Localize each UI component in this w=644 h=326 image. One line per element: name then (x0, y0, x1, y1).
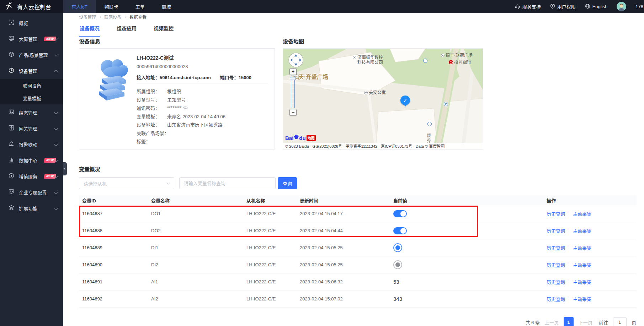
history-query-link[interactable]: 历史查询 (547, 227, 565, 234)
support-link[interactable]: 服务支持 (515, 3, 541, 10)
history-query-link[interactable]: 历史查询 (547, 244, 565, 251)
topnav-sim[interactable]: 物联卡 (96, 0, 127, 13)
map-zoom-out-button[interactable]: − (289, 109, 297, 116)
table-row-di1: 11604689 DI1 LH-IO222-C/E 2023-02-04 15:… (79, 239, 637, 256)
sidebar-item-configuration[interactable]: 组态管理 (0, 104, 63, 120)
topnav-workorder[interactable]: 工单 (127, 0, 153, 13)
tab-device-overview[interactable]: 设备概况 (79, 22, 100, 37)
indicator-off (393, 260, 402, 269)
sidebar-item-devices[interactable]: 设备管理 (0, 63, 63, 79)
divider (137, 83, 268, 83)
sidebar-item-products[interactable]: 产品/场景管理 (0, 47, 63, 63)
history-query-link[interactable]: 历史查询 (547, 278, 565, 285)
breadcrumb: 设备管理 联网设备 数据查看 (79, 14, 147, 20)
map-poi-blue-icon (427, 122, 432, 126)
history-query-link[interactable]: 历史查询 (547, 261, 565, 268)
map-pan-control[interactable] (288, 52, 304, 69)
sidebar-item-enterprise[interactable]: 企业专属配置 (0, 184, 63, 200)
query-button[interactable]: 查询 (278, 177, 297, 189)
globe-icon (585, 4, 590, 10)
total-count: 共 6 条 (525, 319, 539, 326)
slave-select[interactable]: 请选择从机 (79, 177, 174, 189)
language-switch[interactable]: English (585, 4, 608, 10)
current-value: 53 (390, 279, 543, 285)
tab-configuration-app[interactable]: 组态应用 (116, 22, 137, 37)
goto-page-input[interactable] (613, 317, 627, 326)
brand: 有人云控制台 (0, 0, 63, 13)
sidebar-collapse-handle[interactable] (63, 162, 67, 175)
top-nav: 有人IoT 物联卡 工单 商城 (63, 0, 180, 13)
chevron-left-icon (64, 168, 66, 170)
permissions-link[interactable]: 用户权限 (550, 3, 576, 10)
active-collect-link[interactable]: 主动采集 (573, 210, 591, 217)
map-poi-apartment: 美安公寓 (364, 90, 386, 95)
map-device-marker[interactable]: ✓ (400, 96, 410, 105)
screen-icon (9, 36, 14, 42)
image-icon (9, 109, 14, 116)
sidebar-item-network-devices[interactable]: 联网设备 (0, 79, 63, 92)
history-query-link[interactable]: 历史查询 (547, 210, 565, 217)
monitor-code-icon (9, 189, 14, 196)
sidebar-item-gateway[interactable]: 网关管理 (0, 120, 63, 136)
coin-icon (9, 173, 14, 180)
brand-title: 有人云控制台 (17, 2, 51, 11)
map-zoom-slider[interactable] (291, 76, 295, 108)
table-row-do1: 11604687 DO1 LH-IO222-C/E 2023-02-04 15:… (79, 205, 637, 222)
history-query-link[interactable]: 历史查询 (547, 295, 565, 302)
devices-submenu: 联网设备 变量模板 (0, 79, 63, 104)
breadcrumb-network-devices[interactable]: 联网设备 (104, 14, 121, 20)
baidu-logo: Bai du 地图 (285, 134, 316, 141)
chevron-down-icon (54, 53, 58, 57)
active-collect-link[interactable]: 主动采集 (573, 278, 591, 285)
tab-video-monitor[interactable]: 视频监控 (153, 22, 174, 37)
active-collect-link[interactable]: 主动采集 (573, 244, 591, 251)
username[interactable]: 178 (635, 4, 643, 9)
next-page-button[interactable]: 下一页 (579, 319, 592, 326)
gateway-icon (9, 125, 14, 132)
active-collect-link[interactable]: 主动采集 (573, 261, 591, 268)
current-page-button[interactable]: 1 (564, 317, 574, 326)
bank-icon (449, 60, 453, 64)
prev-page-button[interactable]: 上一页 (545, 319, 559, 326)
avatar[interactable] (617, 2, 626, 11)
map-zoom-handle[interactable] (290, 77, 296, 80)
map-zoom-in-button[interactable]: + (289, 68, 297, 75)
table-row-ai1: 11604691 AI1 LH-IO222-C/E 2023-02-04 15:… (79, 273, 637, 290)
sidebar-item-datacenter[interactable]: 数据中心 NEW (0, 152, 63, 168)
map-poi-bank: 招商银行 (449, 60, 471, 65)
baidu-paw-icon (293, 134, 299, 141)
sidebar-item-variable-templates[interactable]: 变量模板 (0, 92, 63, 104)
active-collect-link[interactable]: 主动采集 (573, 227, 591, 234)
toggle-on[interactable] (393, 210, 407, 217)
chevron-right-icon (99, 16, 101, 18)
device-access: 接入地址：59614.cnsh.iot-tcp.com端口号：15000 (137, 74, 251, 81)
field-product-scene: 关联产品场景： (137, 129, 225, 137)
sidebar-item-valueadded[interactable]: 增值服务 NEW (0, 168, 63, 184)
device-fields: 所属组织：根组织 设备型号：未知型号 通讯密码： ******** 变量模板：未… (137, 87, 225, 146)
device-map[interactable]: + − 济南振华数控科技有限公司 三庆·齐盛广场 美安公寓 银丰·联荷广场 招商… (283, 48, 483, 150)
tabs: 设备概况 组态应用 视频监控 (79, 22, 174, 37)
topnav-iot[interactable]: 有人IoT (63, 0, 96, 13)
toggle-on[interactable] (393, 227, 407, 234)
field-model: 设备型号：未知型号 (137, 96, 225, 104)
sidebar-item-alarm[interactable]: 报警联动 (0, 136, 63, 152)
page: 有人云控制台 有人IoT 物联卡 工单 商城 服务支持 用户权限 English (0, 0, 644, 326)
eye-icon[interactable] (183, 105, 188, 110)
sidebar-item-overview[interactable]: 概览 (0, 15, 63, 31)
map-poi-company: 济南振华数控科技有限公司 (353, 55, 383, 65)
device-info-title: 设备信息 (79, 37, 100, 45)
variable-search-input[interactable] (179, 177, 276, 189)
map-poi-blue-icon (423, 59, 427, 63)
sidebar-item-extensions[interactable]: 扩展功能 (0, 200, 63, 216)
breadcrumb-device-mgmt[interactable]: 设备管理 (79, 14, 96, 20)
variables-table: 变量ID 变量名称 从机名称 更新时间 当前值 操作 11604687 DO1 … (79, 195, 637, 308)
table-header: 变量ID 变量名称 从机名称 更新时间 当前值 操作 (79, 195, 637, 205)
topnav-mall[interactable]: 商城 (153, 0, 180, 13)
field-address: 设备地址：山东省济南市历下区颖秀路 (137, 120, 225, 129)
sidebar-item-bigscreen[interactable]: 大屏管理 NEW (0, 31, 63, 47)
device-illustration (92, 56, 135, 107)
map-poi-plaza2: 银丰·联荷广场 (441, 53, 473, 58)
table-row-ai2: 11604692 AI2 LH-IO222-C/E 2023-02-04 15:… (79, 290, 637, 308)
active-collect-link[interactable]: 主动采集 (573, 295, 591, 302)
page-unit-label: 页 (632, 319, 636, 326)
